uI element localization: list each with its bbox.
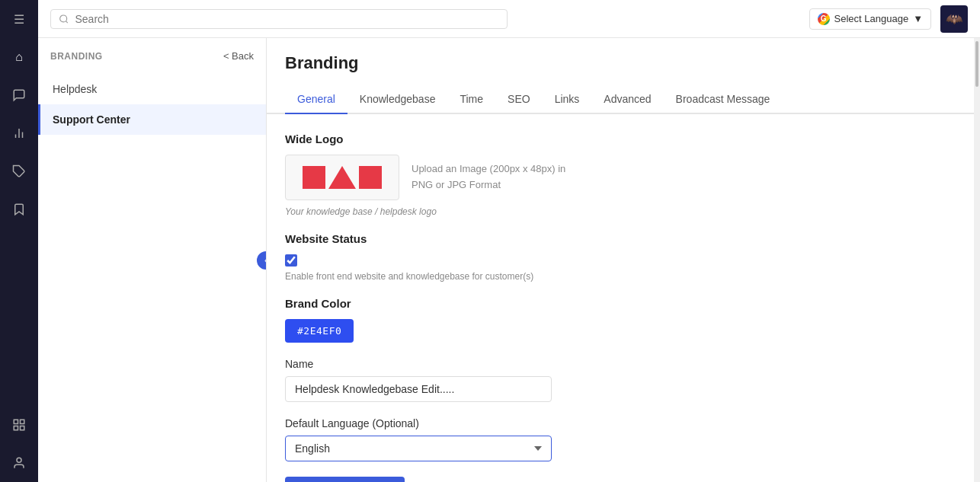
scrollbar[interactable] <box>974 38 980 482</box>
sidebar-item-support-center[interactable]: Support Center <box>38 104 266 135</box>
brand-color-section: Brand Color #2E4EF0 <box>285 297 956 343</box>
upload-subtitle: Your knowledge base / helpdesk logo <box>285 206 956 217</box>
select-language-button[interactable]: G Select Language ▼ <box>809 8 931 30</box>
top-header: G Select Language ▼ 🦇 <box>38 0 980 38</box>
wide-logo-label: Wide Logo <box>285 132 956 145</box>
google-icon: G <box>818 13 830 25</box>
website-status-hint: Enable front end website and knowledgeba… <box>285 271 956 282</box>
tab-advanced[interactable]: Advanced <box>591 85 663 114</box>
website-status-checkbox-row <box>285 254 956 267</box>
bookmark-icon[interactable] <box>8 198 30 221</box>
tab-general[interactable]: General <box>285 85 347 114</box>
svg-rect-4 <box>14 420 18 423</box>
sidebar-title: BRANDING <box>50 51 103 62</box>
chat-icon[interactable] <box>8 84 30 107</box>
brand-color-button[interactable]: #2E4EF0 <box>285 319 354 343</box>
header-right: G Select Language ▼ 🦇 <box>809 5 968 33</box>
default-language-select[interactable]: English Spanish French German Portuguese <box>285 436 552 461</box>
content: Wide Logo Upload an Image (200px x 48px)… <box>267 114 974 482</box>
main-panel: Branding General Knowledgebase Time SEO … <box>267 38 974 482</box>
sidebar-toggle-button[interactable]: ‹ <box>255 250 267 271</box>
tab-broadcast-message[interactable]: Broadcast Message <box>664 85 783 114</box>
logo-shape-right <box>359 166 382 189</box>
upload-hint: Upload an Image (200px x 48px) in PNG or… <box>412 161 565 193</box>
save-section: SAVE CHANGES <box>285 477 956 482</box>
select-language-dropdown-icon: ▼ <box>913 13 923 24</box>
avatar[interactable]: 🦇 <box>940 5 968 33</box>
main-content: G Select Language ▼ 🦇 BRANDING < Back He… <box>38 0 980 482</box>
menu-icon[interactable]: ☰ <box>8 8 30 30</box>
chart-icon[interactable] <box>8 122 30 145</box>
page-title: Branding <box>285 53 956 73</box>
sidebar: BRANDING < Back Helpdesk Support Center … <box>38 38 267 482</box>
search-icon <box>59 14 69 24</box>
grid-icon[interactable] <box>8 413 30 436</box>
select-language-label: Select Language <box>834 13 909 24</box>
default-language-section: Default Language (Optional) English Span… <box>285 417 956 461</box>
logo-preview[interactable] <box>285 155 399 200</box>
tab-links[interactable]: Links <box>543 85 592 114</box>
name-label: Name <box>285 358 956 370</box>
body-area: BRANDING < Back Helpdesk Support Center … <box>38 38 980 482</box>
sidebar-item-helpdesk[interactable]: Helpdesk <box>38 74 266 104</box>
search-input[interactable] <box>75 13 499 25</box>
page-header: Branding <box>267 38 974 73</box>
home-icon[interactable]: ⌂ <box>8 46 30 69</box>
svg-point-8 <box>17 458 21 462</box>
svg-rect-5 <box>21 420 24 423</box>
svg-line-10 <box>66 21 67 22</box>
tab-seo[interactable]: SEO <box>495 85 543 114</box>
scroll-thumb <box>975 41 978 87</box>
default-language-label: Default Language (Optional) <box>285 417 956 429</box>
website-status-section: Website Status Enable front end website … <box>285 232 956 282</box>
user-bottom-icon[interactable] <box>8 452 30 474</box>
svg-rect-6 <box>21 426 24 430</box>
brand-color-label: Brand Color <box>285 297 956 310</box>
svg-point-9 <box>60 14 67 21</box>
back-button[interactable]: < Back <box>223 50 254 62</box>
website-status-label: Website Status <box>285 232 956 245</box>
tab-knowledgebase[interactable]: Knowledgebase <box>347 85 448 114</box>
logo-shapes <box>303 166 382 189</box>
search-box[interactable] <box>50 9 508 29</box>
puzzle-icon[interactable] <box>8 160 30 183</box>
name-section: Name <box>285 358 956 402</box>
tab-time[interactable]: Time <box>447 85 495 114</box>
website-status-checkbox[interactable] <box>285 254 297 267</box>
name-input[interactable] <box>285 376 552 402</box>
sidebar-header: BRANDING < Back <box>38 38 266 74</box>
save-changes-button[interactable]: SAVE CHANGES <box>285 477 405 482</box>
tabs: General Knowledgebase Time SEO Links Adv… <box>267 85 974 114</box>
logo-shape-left <box>303 166 325 189</box>
svg-rect-7 <box>14 426 18 430</box>
logo-shape-middle <box>328 166 356 189</box>
logo-upload-area: Upload an Image (200px x 48px) in PNG or… <box>285 155 956 200</box>
wide-logo-section: Wide Logo Upload an Image (200px x 48px)… <box>285 132 956 217</box>
icon-bar: ☰ ⌂ <box>0 0 38 482</box>
